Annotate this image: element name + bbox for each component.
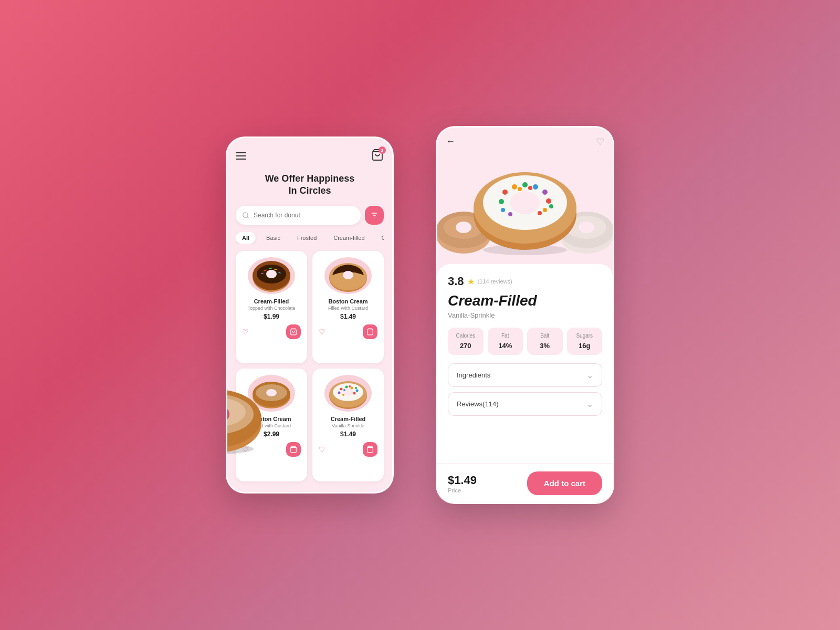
price-amount: $1.49	[448, 474, 477, 487]
chevron-down-icon-2: ⌄	[586, 399, 593, 409]
product-card-1[interactable]: Cream-Filled Topped with Chocolate $1.99…	[236, 251, 307, 364]
detail-info: 3.8 ★ (114 reviews) Cream-Filled Vanilla…	[437, 264, 613, 464]
detail-title: Cream-Filled	[448, 292, 602, 309]
detail-subtitle: Vanilla-Sprinkle	[448, 311, 602, 319]
svg-point-58	[533, 184, 538, 190]
nutrition-grid: Calories 270 Fat 14% Salt 3% Sugars 16g	[448, 328, 602, 355]
svg-point-29	[340, 388, 343, 391]
product-sub-4: Vanilla-Sprinkle	[332, 423, 364, 428]
chevron-down-icon: ⌄	[586, 370, 593, 380]
tab-cruller[interactable]: Cruller	[375, 232, 384, 244]
floating-donut	[226, 371, 269, 450]
card-actions-1: ♡	[242, 324, 301, 339]
nutrition-calories: Calories 270	[448, 328, 484, 355]
product-sub-2: Filled With Custard	[328, 306, 368, 311]
product-card-4[interactable]: Cream-Filled Vanilla-Sprinkle $1.49 ♡	[312, 369, 384, 481]
nutrition-label-fat: Fat	[492, 333, 519, 339]
left-phone: 2 We Offer HappinessIn Circles	[226, 136, 394, 494]
svg-point-61	[543, 208, 547, 212]
svg-point-59	[542, 190, 548, 195]
product-price-2: $1.49	[340, 313, 356, 320]
accordion-ingredients[interactable]: Ingredients ⌄	[448, 363, 602, 387]
rating-number: 3.8	[448, 275, 464, 288]
filter-button[interactable]	[365, 206, 384, 225]
detail-image-area: ← ♡	[437, 128, 613, 264]
svg-point-1	[243, 213, 248, 217]
tab-basic[interactable]: Basic	[260, 232, 287, 244]
add-cart-button-2[interactable]	[363, 324, 377, 339]
svg-point-38	[355, 387, 357, 389]
svg-point-55	[502, 190, 508, 195]
nutrition-value-fat: 14%	[492, 342, 519, 350]
category-tabs: All Basic Frosted Cream-filled Cruller	[236, 232, 384, 244]
nutrition-value-salt: 3%	[531, 342, 559, 350]
rating-row: 3.8 ★ (114 reviews)	[448, 275, 602, 288]
nutrition-value-calories: 270	[452, 342, 479, 350]
svg-point-62	[499, 199, 504, 204]
product-price-1: $1.99	[264, 313, 279, 320]
menu-icon[interactable]	[236, 152, 246, 160]
card-actions-2: ♡	[319, 324, 377, 339]
product-image-1	[248, 257, 295, 294]
product-name-2: Boston Cream	[328, 298, 368, 304]
nutrition-value-sugars: 16g	[571, 342, 598, 350]
add-cart-button-3[interactable]	[286, 442, 301, 457]
search-icon	[242, 212, 249, 219]
add-cart-button-1[interactable]	[286, 324, 301, 339]
heart-button-2[interactable]: ♡	[319, 328, 326, 336]
svg-point-68	[549, 204, 553, 208]
svg-point-36	[349, 385, 351, 387]
svg-point-30	[351, 387, 353, 390]
nutrition-salt: Salt 3%	[527, 328, 563, 355]
svg-point-63	[501, 208, 505, 212]
product-price-4: $1.49	[340, 430, 356, 438]
svg-point-33	[338, 392, 341, 394]
star-icon: ★	[467, 277, 475, 287]
svg-point-31	[345, 386, 348, 388]
add-cart-button-4[interactable]	[363, 442, 377, 457]
product-card-2[interactable]: Boston Cream Filled With Custard $1.49 ♡	[312, 251, 384, 364]
svg-point-57	[522, 182, 528, 187]
nutrition-label-sugars: Sugars	[571, 333, 598, 339]
cart-button[interactable]: 2	[371, 149, 384, 163]
svg-point-9	[266, 270, 277, 278]
heart-button-4[interactable]: ♡	[319, 445, 326, 454]
nutrition-fat: Fat 14%	[488, 328, 523, 355]
svg-point-66	[518, 187, 522, 191]
tab-cream-filled[interactable]: Cream-filled	[327, 232, 371, 244]
nutrition-label-calories: Calories	[452, 333, 479, 339]
top-bar: 2	[236, 149, 384, 163]
svg-line-2	[247, 216, 249, 218]
accordion-reviews[interactable]: Reviews(114) ⌄	[448, 392, 602, 416]
card-actions-4: ♡	[319, 442, 377, 457]
headline: We Offer HappinessIn Circles	[236, 173, 384, 197]
add-to-cart-button[interactable]: Add to cart	[527, 471, 602, 495]
screens-container: 2 We Offer HappinessIn Circles	[226, 126, 614, 504]
tab-all[interactable]: All	[236, 232, 256, 244]
svg-point-67	[528, 186, 532, 190]
price-block: $1.49 Price	[448, 474, 477, 494]
heart-button-1[interactable]: ♡	[242, 328, 249, 336]
svg-point-56	[512, 184, 517, 190]
detail-bottom-bar: $1.49 Price Add to cart	[437, 464, 613, 502]
svg-point-32	[356, 390, 359, 392]
product-image-2	[324, 257, 372, 294]
rating-count: (114 reviews)	[478, 278, 512, 285]
right-phone: ← ♡	[436, 126, 614, 504]
svg-point-64	[508, 212, 512, 216]
product-name-1: Cream-Filled	[254, 298, 289, 304]
search-input[interactable]	[254, 212, 354, 219]
search-row	[236, 206, 384, 225]
nutrition-label-salt: Salt	[531, 333, 559, 339]
product-sub-1: Topped with Chocolate	[247, 306, 295, 311]
tab-frosted[interactable]: Frosted	[291, 232, 323, 244]
svg-point-18	[343, 271, 353, 279]
svg-point-34	[353, 392, 356, 395]
svg-point-35	[342, 394, 344, 396]
search-input-wrap	[236, 206, 361, 225]
svg-point-37	[343, 389, 345, 391]
svg-point-60	[546, 198, 551, 204]
product-name-4: Cream-Filled	[331, 416, 366, 422]
product-image-4	[324, 375, 372, 412]
accordion-label-ingredients: Ingredients	[457, 371, 490, 379]
